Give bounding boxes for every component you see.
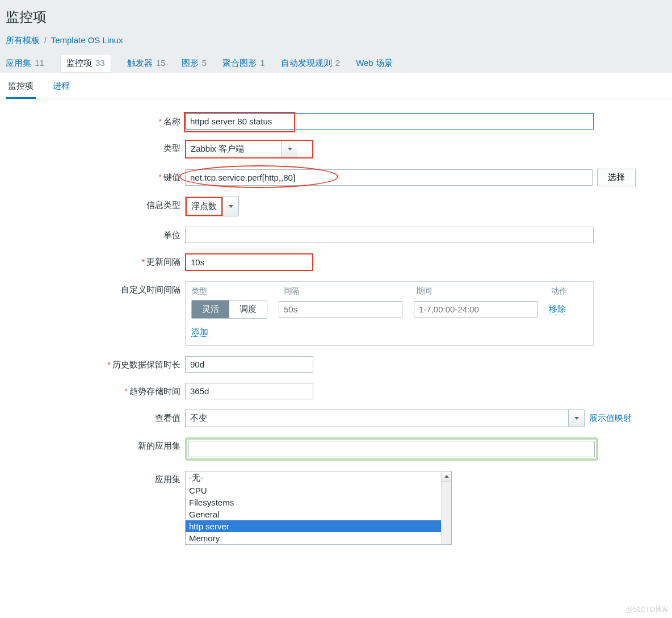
breadcrumb-all-templates[interactable]: 所有模板 [6, 35, 40, 45]
tab-process[interactable]: 进程 [51, 75, 72, 99]
label-units: 单位 [163, 230, 180, 240]
ci-interval-input[interactable] [279, 301, 402, 318]
breadcrumb-template-name[interactable]: Template OS Linux [51, 35, 123, 45]
trends-input[interactable] [185, 383, 313, 399]
list-item[interactable]: -无- [186, 471, 451, 485]
nav-discovery[interactable]: 自动发现规则 2 [281, 58, 341, 69]
secondary-nav: 应用集 11 监控项 33 触发器 15 图形 5 聚合图形 1 自动发现规则 … [6, 54, 666, 73]
history-input[interactable] [185, 356, 313, 373]
list-item[interactable]: CPU [186, 485, 451, 496]
nav-applications[interactable]: 应用集 11 [6, 58, 44, 69]
nav-triggers[interactable]: 触发器 15 [127, 58, 166, 69]
list-item[interactable]: Filesystems [186, 496, 451, 508]
page-title: 监控项 [6, 8, 666, 26]
breadcrumb-separator: / [44, 36, 47, 45]
chevron-down-icon[interactable] [568, 410, 584, 427]
new-app-input[interactable] [188, 441, 595, 457]
show-value-select[interactable]: 不变 [185, 410, 585, 427]
label-custom-interval: 自定义时间间隔 [121, 285, 180, 294]
interval-type-toggle: 灵活 调度 [191, 300, 267, 319]
key-input[interactable] [185, 169, 593, 186]
list-item[interactable]: http server [186, 520, 451, 532]
applications-list[interactable]: -无-CPUFilesystemsGeneralhttp serverMemor… [185, 471, 452, 545]
label-info-type: 信息类型 [146, 200, 180, 210]
ci-header-period: 期间 [416, 286, 551, 297]
nav-graphs[interactable]: 图形 5 [182, 58, 207, 69]
toggle-scheduling[interactable]: 调度 [229, 300, 267, 318]
label-type: 类型 [163, 143, 180, 153]
units-input[interactable] [185, 227, 594, 243]
ci-remove-link[interactable]: 移除 [549, 304, 566, 315]
ci-header-action: 动作 [551, 286, 587, 297]
chevron-down-icon[interactable] [282, 141, 297, 157]
label-show-value: 查看值 [155, 413, 180, 423]
nav-items[interactable]: 监控项 33 [60, 54, 111, 73]
name-input[interactable] [185, 113, 594, 130]
type-select[interactable]: Zabbix 客户端 [185, 140, 313, 158]
label-new-app: 新的应用集 [138, 441, 180, 450]
tab-item[interactable]: 监控项 [6, 75, 36, 99]
scrollbar[interactable] [441, 471, 451, 544]
ci-header-interval: 间隔 [283, 286, 416, 297]
label-apps: 应用集 [155, 474, 180, 484]
item-form: *名称 类型 Zabbix 客户端 *键值 选择 信息类型 浮点数 [0, 99, 672, 569]
ci-period-input[interactable] [414, 301, 537, 318]
toggle-flexible[interactable]: 灵活 [192, 300, 229, 318]
label-history: 历史数据保留时长 [112, 360, 180, 369]
label-trends: 趋势存储时间 [129, 386, 180, 396]
custom-interval-box: 类型 间隔 期间 动作 灵活 调度 移除 添加 [185, 281, 594, 346]
select-key-button[interactable]: 选择 [597, 169, 636, 186]
ci-header-type: 类型 [191, 286, 283, 297]
label-name: 名称 [163, 116, 180, 126]
scroll-up-icon[interactable] [442, 471, 451, 482]
ci-add-link[interactable]: 添加 [191, 327, 208, 337]
info-type-select[interactable]: 浮点数 [185, 197, 239, 216]
update-interval-input[interactable] [185, 253, 313, 271]
nav-screens[interactable]: 聚合图形 1 [222, 58, 265, 69]
list-item[interactable]: Memory [186, 532, 451, 544]
highlight-new-app [185, 437, 598, 461]
label-update-interval: 更新间隔 [146, 257, 180, 266]
list-item[interactable]: General [186, 508, 451, 520]
label-key: 键值 [163, 172, 180, 182]
show-value-map-link[interactable]: 展示值映射 [589, 413, 632, 424]
chevron-down-icon[interactable] [222, 197, 238, 216]
nav-web[interactable]: Web 场景 [356, 58, 393, 69]
breadcrumb: 所有模板 / Template OS Linux [6, 35, 666, 54]
tabs: 监控项 进程 [0, 75, 672, 99]
